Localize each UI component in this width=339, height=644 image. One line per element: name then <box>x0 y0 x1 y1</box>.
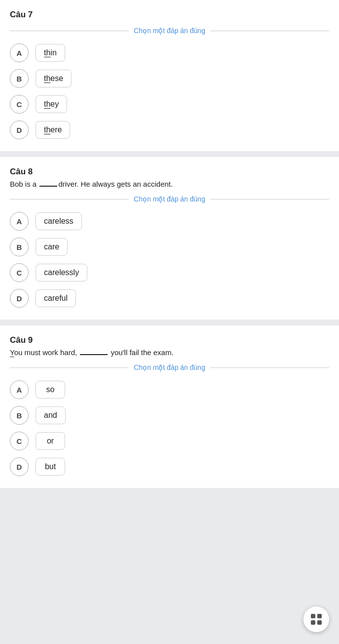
question-8-text: Bob is a driver. He always gets an accid… <box>10 180 329 188</box>
divider-line-right <box>210 367 329 368</box>
question-8-divider: Chọn một đáp án đúng <box>10 195 329 203</box>
option-row[interactable]: C they <box>10 95 329 114</box>
divider-label: Chọn một đáp án đúng <box>134 363 205 371</box>
option-row[interactable]: D there <box>10 121 329 139</box>
question-9-text: You must work hard, you'll fail the exam… <box>10 348 329 357</box>
option-row[interactable]: A thin <box>10 43 329 62</box>
option-box-these[interactable]: these <box>36 70 72 87</box>
option-circle-c[interactable]: C <box>10 95 29 114</box>
option-box-there[interactable]: there <box>36 121 70 139</box>
question-8-options: A careless B care C carelessly D careful <box>10 212 329 308</box>
divider-line-left <box>10 367 129 368</box>
question-8: Câu 8 Bob is a driver. He always gets an… <box>0 157 339 320</box>
question-9-title: Câu 9 <box>10 335 329 345</box>
question-9-divider: Chọn một đáp án đúng <box>10 363 329 371</box>
divider-line-left <box>10 199 129 200</box>
fab-button[interactable] <box>303 606 329 632</box>
option-box-and[interactable]: and <box>36 406 66 424</box>
divider-line-left <box>10 31 129 31</box>
option-circle-d[interactable]: D <box>10 121 29 139</box>
option-row[interactable]: D but <box>10 457 329 476</box>
option-row[interactable]: B these <box>10 69 329 88</box>
option-row[interactable]: D careful <box>10 289 329 308</box>
option-box-careless[interactable]: careless <box>36 212 82 230</box>
divider-label: Chọn một đáp án đúng <box>134 27 205 35</box>
question-7-divider: Chọn một đáp án đúng <box>10 27 329 35</box>
option-box-they[interactable]: they <box>36 95 67 113</box>
divider-line-right <box>210 199 329 200</box>
option-box-thin[interactable]: thin <box>36 44 65 62</box>
divider-label: Chọn một đáp án đúng <box>134 195 205 203</box>
option-row[interactable]: B care <box>10 238 329 256</box>
option-circle-d[interactable]: D <box>10 289 29 308</box>
option-box-or[interactable]: or <box>36 432 65 450</box>
option-circle-c[interactable]: C <box>10 263 29 282</box>
question-8-title: Câu 8 <box>10 167 329 177</box>
question-7-title: Câu 7 <box>10 10 329 20</box>
option-circle-a[interactable]: A <box>10 43 29 62</box>
option-circle-b[interactable]: B <box>10 406 29 425</box>
option-box-care[interactable]: care <box>36 238 68 256</box>
option-row[interactable]: C carelessly <box>10 263 329 282</box>
option-circle-a[interactable]: A <box>10 380 29 399</box>
option-row[interactable]: B and <box>10 406 329 425</box>
option-circle-b[interactable]: B <box>10 69 29 88</box>
option-circle-a[interactable]: A <box>10 212 29 231</box>
blank <box>39 186 57 187</box>
option-circle-c[interactable]: C <box>10 432 29 450</box>
option-box-carelessly[interactable]: carelessly <box>36 264 87 282</box>
question-9-options: A so B and C or D but <box>10 380 329 476</box>
option-box-so[interactable]: so <box>36 381 65 399</box>
option-row[interactable]: A so <box>10 380 329 399</box>
question-7-options: A thin B these C they D there <box>10 43 329 139</box>
option-box-careful[interactable]: careful <box>36 289 76 307</box>
blank <box>80 354 108 355</box>
question-9: Câu 9 You must work hard, you'll fail th… <box>0 325 339 488</box>
option-circle-b[interactable]: B <box>10 238 29 256</box>
grid-icon <box>311 614 322 625</box>
option-row[interactable]: A careless <box>10 212 329 231</box>
option-row[interactable]: C or <box>10 432 329 450</box>
divider-line-right <box>210 31 329 31</box>
option-box-but[interactable]: but <box>36 458 65 476</box>
question-7: Câu 7 Chọn một đáp án đúng A thin B thes… <box>0 0 339 151</box>
option-circle-d[interactable]: D <box>10 457 29 476</box>
